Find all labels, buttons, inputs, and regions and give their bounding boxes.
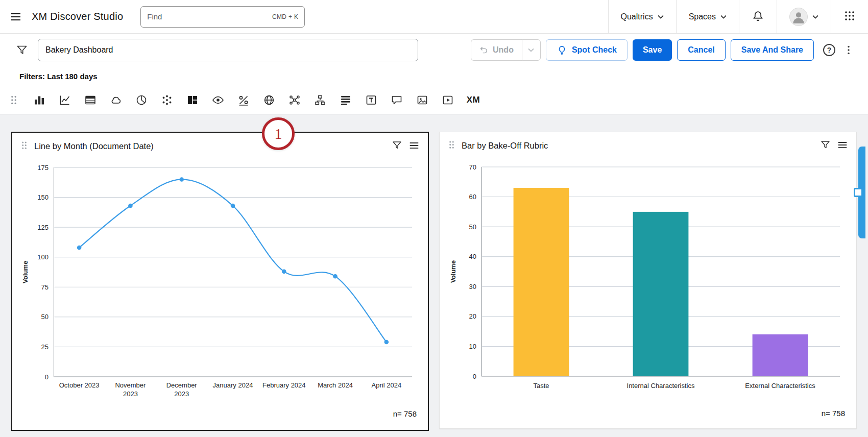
xm-logo[interactable]: XM [466, 92, 481, 108]
table-icon[interactable] [83, 92, 98, 108]
spaces-menu[interactable]: Spaces [676, 0, 739, 33]
svg-text:25: 25 [41, 343, 49, 351]
scatter-plot-icon[interactable] [159, 92, 175, 108]
chevron-down-icon [720, 15, 727, 19]
save-button[interactable]: Save [633, 39, 672, 61]
widget-header: Line by Month (Document Date) [12, 133, 428, 159]
undo-group: Undo [471, 39, 541, 61]
widget-drag-handle-icon[interactable] [448, 140, 455, 152]
widget-title: Line by Month (Document Date) [34, 141, 154, 151]
bar-chart-svg: 010203040506070VolumeTasteInternal Chara… [448, 159, 848, 407]
svg-text:March 2024: March 2024 [318, 381, 353, 389]
widget-filter-icon[interactable] [392, 140, 402, 152]
edit-toolbar: Bakery Dashboard Undo Spot Check Save Ca… [0, 34, 868, 66]
svg-text:50: 50 [469, 223, 476, 231]
lightbulb-icon [557, 45, 567, 56]
svg-text:100: 100 [37, 253, 49, 261]
heatmap-icon[interactable] [185, 92, 200, 108]
svg-text:Volume: Volume [22, 261, 29, 283]
widget-header: Bar by Bake-Off Rubric [440, 132, 856, 159]
svg-text:January 2024: January 2024 [213, 381, 253, 389]
widget-menu-icon[interactable] [837, 139, 848, 152]
svg-text:External Characteristics: External Characteristics [745, 382, 815, 390]
undo-button[interactable]: Undo [471, 39, 522, 61]
widget-menu-icon[interactable] [408, 140, 420, 153]
chevron-down-icon [812, 15, 818, 19]
undo-icon [479, 45, 489, 55]
apps-grid-icon[interactable] [843, 10, 856, 23]
filters-row: Filters: Last 180 days [0, 66, 868, 86]
svg-text:December: December [166, 381, 198, 389]
network-icon[interactable] [287, 92, 302, 108]
pie-chart-icon[interactable] [134, 92, 149, 108]
svg-text:150: 150 [37, 193, 49, 201]
line-chart-svg: 0255075100125150175VolumeOctober 2023Nov… [20, 159, 420, 407]
cancel-button[interactable]: Cancel [677, 39, 725, 61]
svg-text:November: November [115, 381, 146, 389]
svg-text:40: 40 [469, 253, 476, 260]
line-chart-icon[interactable] [57, 92, 73, 108]
svg-text:10: 10 [469, 343, 476, 350]
bar-chart-icon[interactable] [32, 92, 47, 108]
spot-check-label: Spot Check [572, 45, 617, 55]
map-globe-icon[interactable] [261, 92, 277, 108]
toolbar-drag-handle-icon[interactable] [6, 92, 21, 108]
image-icon[interactable] [415, 92, 430, 108]
undo-dropdown-button[interactable] [522, 39, 541, 61]
svg-text:60: 60 [469, 193, 476, 201]
widget-line-by-month[interactable]: Line by Month (Document Date) 0255075100… [11, 132, 429, 431]
svg-text:February 2024: February 2024 [262, 381, 306, 389]
dashboard-name-value: Bakery Dashboard [45, 45, 113, 55]
chevron-down-icon [528, 48, 534, 52]
notifications-bell-icon[interactable] [752, 10, 764, 24]
side-panel-handle[interactable] [858, 147, 865, 238]
spot-check-button[interactable]: Spot Check [546, 39, 628, 61]
svg-text:Volume: Volume [450, 260, 457, 283]
help-icon[interactable]: ? [823, 44, 835, 56]
apps-section [831, 0, 868, 33]
save-and-share-button[interactable]: Save And Share [731, 39, 814, 61]
edit-actions: Undo Spot Check Save Cancel Save And Sha… [471, 39, 856, 61]
app-title: XM Discover Studio [32, 11, 123, 22]
video-icon[interactable] [440, 92, 455, 108]
svg-text:20: 20 [469, 312, 476, 320]
chevron-down-icon [658, 15, 664, 19]
widget-drag-handle-icon[interactable] [20, 140, 28, 152]
side-panel-knob[interactable] [854, 188, 863, 197]
svg-text:70: 70 [469, 163, 476, 171]
widget-toolbar: XM [0, 86, 868, 114]
svg-text:0: 0 [45, 373, 49, 381]
metric-icon[interactable] [236, 92, 251, 108]
dashboard-name-input[interactable]: Bakery Dashboard [38, 39, 418, 61]
word-cloud-icon[interactable] [108, 92, 124, 108]
preview-eye-icon[interactable] [210, 92, 226, 108]
svg-text:Internal Characteristics: Internal Characteristics [627, 382, 695, 390]
svg-text:175: 175 [37, 164, 49, 172]
svg-text:0: 0 [473, 373, 476, 380]
svg-text:2023: 2023 [123, 390, 138, 398]
user-menu[interactable] [777, 0, 831, 33]
dashboard-canvas[interactable]: Line by Month (Document Date) 0255075100… [0, 114, 868, 437]
dashboard-filter-icon[interactable] [12, 44, 32, 56]
filters-summary: Filters: Last 180 days [19, 72, 98, 81]
more-options-icon[interactable] [841, 44, 856, 56]
svg-text:75: 75 [41, 283, 49, 291]
find-search-input[interactable]: Find CMD + K [140, 6, 305, 28]
qualtrics-menu[interactable]: Qualtrics [608, 0, 676, 33]
find-placeholder: Find [147, 12, 162, 21]
widget-bar-by-rubric[interactable]: Bar by Bake-Off Rubric 010203040506070Vo… [439, 132, 857, 429]
text-box-icon[interactable] [364, 92, 379, 108]
widget-filter-icon[interactable] [820, 139, 831, 152]
undo-label: Undo [493, 45, 514, 55]
menu-icon[interactable] [0, 11, 32, 23]
list-icon[interactable] [338, 92, 353, 108]
notifications-section [739, 0, 777, 33]
sample-size-label: n= 758 [440, 407, 856, 418]
qualtrics-label: Qualtrics [621, 12, 653, 21]
spaces-label: Spaces [689, 12, 716, 21]
hierarchy-icon[interactable] [312, 92, 328, 108]
svg-text:April 2024: April 2024 [372, 381, 402, 389]
top-bar-right: Qualtrics Spaces [608, 0, 868, 33]
svg-text:2023: 2023 [174, 390, 189, 398]
label-icon[interactable] [389, 92, 404, 108]
